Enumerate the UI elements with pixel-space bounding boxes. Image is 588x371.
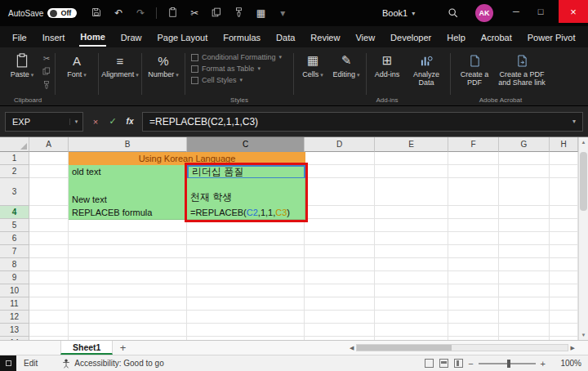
cell[interactable] — [29, 284, 69, 297]
tab-power-pivot[interactable]: Power Pivot — [527, 29, 577, 46]
cell[interactable] — [499, 206, 550, 219]
cell[interactable] — [499, 165, 550, 178]
row-header[interactable]: 8 — [0, 258, 29, 271]
cell[interactable] — [448, 178, 499, 206]
row-header[interactable]: 4 — [0, 206, 29, 219]
name-box[interactable]: EXP ▾ — [5, 112, 83, 132]
cell[interactable] — [448, 311, 499, 324]
cell-c2[interactable]: 리더십 품질 — [187, 165, 305, 179]
close-button[interactable]: × — [559, 0, 588, 23]
cell[interactable] — [448, 165, 499, 178]
cell-b1-merged-title[interactable]: Using Korean Language — [69, 152, 305, 166]
copy-icon[interactable] — [210, 7, 223, 19]
cell[interactable] — [550, 271, 578, 284]
font-button[interactable]: A Font▾ — [58, 50, 96, 79]
col-header-a[interactable]: A — [29, 137, 69, 152]
cell[interactable] — [550, 165, 578, 178]
cell[interactable] — [448, 271, 499, 284]
cell[interactable] — [375, 271, 448, 284]
cell[interactable] — [550, 297, 578, 311]
autosave-pill[interactable]: Off — [47, 8, 77, 18]
cell[interactable] — [375, 258, 448, 271]
tab-acrobat[interactable]: Acrobat — [480, 29, 513, 46]
paste-button[interactable]: Paste▾ — [3, 50, 41, 79]
col-header-e[interactable]: E — [375, 137, 448, 152]
horizontal-scroll-thumb[interactable] — [357, 345, 452, 351]
toolbar-dropdown-icon[interactable]: ▾ — [276, 8, 289, 18]
col-header-g[interactable]: G — [499, 137, 550, 152]
row-header[interactable]: 9 — [0, 271, 29, 284]
cell[interactable] — [69, 219, 187, 232]
row-header[interactable]: 2 — [0, 165, 29, 178]
number-button[interactable]: % Number▾ — [145, 50, 182, 79]
document-title[interactable]: Book1 ▾ — [382, 0, 415, 26]
row-header[interactable]: 3 — [0, 178, 29, 206]
cell[interactable] — [187, 311, 305, 324]
cell[interactable] — [69, 311, 187, 324]
cell[interactable] — [187, 271, 305, 284]
tab-review[interactable]: Review — [310, 29, 341, 46]
cell[interactable] — [550, 232, 578, 245]
cell[interactable] — [550, 206, 578, 219]
cell[interactable] — [499, 324, 550, 337]
cell[interactable] — [499, 232, 550, 245]
clipboard-icon[interactable] — [166, 7, 179, 19]
conditional-formatting-button[interactable]: Conditional Formatting▾ — [191, 53, 287, 61]
horizontal-scroll-track[interactable] — [356, 344, 568, 351]
scroll-up-icon[interactable]: ▲ — [581, 137, 586, 147]
cell[interactable] — [550, 178, 578, 206]
cell[interactable] — [29, 219, 69, 232]
select-all-corner[interactable] — [0, 137, 29, 152]
normal-view-icon[interactable] — [425, 359, 434, 368]
cell[interactable] — [69, 258, 187, 271]
cell[interactable] — [69, 324, 187, 337]
cell[interactable] — [550, 152, 578, 165]
cell[interactable] — [448, 219, 499, 232]
cell[interactable] — [550, 219, 578, 232]
cell-b2[interactable]: old text — [69, 165, 188, 179]
cell[interactable] — [305, 284, 375, 297]
horizontal-scrollbar[interactable]: ◀ ▶ — [350, 341, 575, 355]
cell[interactable] — [448, 258, 499, 271]
cell[interactable] — [499, 178, 550, 206]
cell[interactable] — [29, 232, 69, 245]
cell[interactable] — [29, 165, 69, 178]
cell[interactable] — [187, 258, 305, 271]
cells-button[interactable]: ▦ Cells▾ — [296, 50, 329, 79]
col-header-d[interactable]: D — [305, 137, 375, 152]
cell[interactable] — [375, 232, 448, 245]
format-painter-icon[interactable] — [232, 7, 245, 19]
save-icon[interactable] — [90, 7, 103, 19]
cell[interactable] — [499, 258, 550, 271]
autosave-toggle[interactable]: AutoSave Off — [8, 8, 77, 18]
row-header[interactable]: 13 — [0, 324, 29, 337]
cell[interactable] — [29, 178, 69, 206]
row-header[interactable]: 5 — [0, 219, 29, 232]
cell[interactable] — [448, 284, 499, 297]
cut-icon[interactable]: ✂ — [188, 8, 201, 18]
zoom-slider[interactable] — [479, 363, 536, 364]
cell[interactable] — [448, 245, 499, 258]
cell[interactable] — [375, 324, 448, 337]
cell[interactable] — [499, 311, 550, 324]
cell[interactable] — [305, 245, 375, 258]
vertical-scrollbar[interactable]: ▲ ▼ — [578, 137, 588, 340]
cell[interactable] — [550, 324, 578, 337]
zoom-slider-knob[interactable] — [507, 360, 510, 368]
table-icon[interactable]: ▦ — [254, 8, 267, 18]
cell[interactable] — [305, 206, 375, 219]
tab-insert[interactable]: Insert — [42, 29, 66, 46]
cell[interactable] — [375, 206, 448, 219]
format-painter-icon[interactable] — [42, 81, 51, 91]
cell[interactable] — [375, 297, 448, 311]
cell[interactable] — [29, 297, 69, 311]
col-header-h[interactable]: H — [550, 137, 578, 152]
cell-c3[interactable]: 천재 학생 — [187, 178, 305, 207]
cell[interactable] — [448, 232, 499, 245]
copy-icon[interactable] — [42, 67, 51, 77]
cell[interactable] — [448, 152, 499, 165]
cell[interactable] — [29, 271, 69, 284]
scroll-left-icon[interactable]: ◀ — [350, 345, 354, 351]
cell[interactable] — [69, 245, 187, 258]
cell[interactable] — [448, 297, 499, 311]
